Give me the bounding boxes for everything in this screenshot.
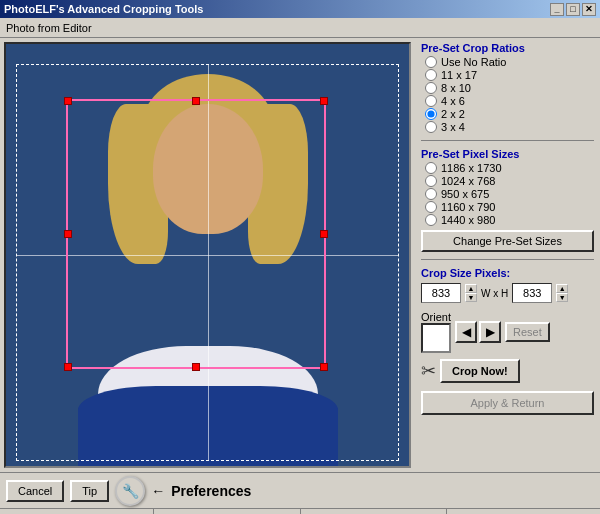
handle-right-mid[interactable] [320,230,328,238]
pixel-1024[interactable]: 1024 x 768 [425,175,594,187]
orient-section: Orient ◀ ▶ Reset [421,311,594,353]
ratio-11x17[interactable]: 11 x 17 [425,69,594,81]
wxh-label: W x H [481,288,508,299]
crop-width-up[interactable]: ▲ [465,284,477,293]
status-crop-size: Crop Size: 833 x 833 [301,509,447,514]
ratio-radio-4[interactable] [425,108,437,120]
preferences-arrow: ← [151,483,165,499]
menu-bar: Photo from Editor [0,18,600,38]
preset-pixels-title: Pre-Set Pixel Sizes [421,148,594,160]
apply-return-button[interactable]: Apply & Return [421,391,594,415]
preset-ratios-title: Pre-Set Crop Ratios [421,42,594,54]
status-dimensions: 960 x 1023 Pixels [8,509,154,514]
wrench-icon: 🔧 [122,483,139,499]
ratio-4x6[interactable]: 4 x 6 [425,95,594,107]
ratio-8x10[interactable]: 8 x 10 [425,82,594,94]
preset-pixels-group: 1186 x 1730 1024 x 768 950 x 675 1160 x … [421,162,594,226]
bottom-bar: Cancel Tip 🔧 ← Preferences [0,472,600,508]
ratio-use-no-ratio[interactable]: Use No Ratio [425,56,594,68]
crop-now-area: ✂ Crop Now! [421,359,594,383]
pixel-radio-3[interactable] [425,201,437,213]
status-xy: X,Y: 54, 72 [447,509,592,514]
pixel-1186[interactable]: 1186 x 1730 [425,162,594,174]
preset-pixels-section: Pre-Set Pixel Sizes 1186 x 1730 1024 x 7… [421,148,594,252]
title-bar: PhotoELF's Advanced Cropping Tools _ □ ✕ [0,0,600,18]
ratio-2x2[interactable]: 2 x 2 [425,108,594,120]
ratio-radio-2[interactable] [425,82,437,94]
close-button[interactable]: ✕ [582,3,596,16]
photo-area[interactable] [4,42,411,468]
crop-height-up[interactable]: ▲ [556,284,568,293]
title-buttons: _ □ ✕ [550,3,596,16]
ratio-radio-5[interactable] [425,121,437,133]
handle-left-mid[interactable] [64,230,72,238]
maximize-button[interactable]: □ [566,3,580,16]
ratio-radio-3[interactable] [425,95,437,107]
orient-preview-box [421,323,451,353]
orient-left-button[interactable]: ◀ [455,321,477,343]
crop-size-row: ▲ ▼ W x H ▲ ▼ [421,283,594,303]
orient-arrows: ◀ ▶ [455,321,501,343]
crop-size-section: Crop Size Pixels: ▲ ▼ W x H ▲ ▼ [421,267,594,303]
handle-top-left[interactable] [64,97,72,105]
status-bar: 960 x 1023 Pixels Viewed at: 38 % Crop S… [0,508,600,514]
orient-right-button[interactable]: ▶ [479,321,501,343]
handle-bottom-left[interactable] [64,363,72,371]
preset-ratios-group: Use No Ratio 11 x 17 8 x 10 4 x 6 2 x 2 [421,56,594,133]
photo-canvas [6,44,409,466]
menu-bar-label: Photo from Editor [6,22,92,34]
preset-ratios-section: Pre-Set Crop Ratios Use No Ratio 11 x 17… [421,42,594,133]
cancel-button[interactable]: Cancel [6,480,64,502]
main-content: Pre-Set Crop Ratios Use No Ratio 11 x 17… [0,38,600,472]
pixel-radio-0[interactable] [425,162,437,174]
crop-width-spinners: ▲ ▼ [465,284,477,302]
status-viewed: Viewed at: 38 % [154,509,300,514]
pixel-radio-2[interactable] [425,188,437,200]
pixel-radio-1[interactable] [425,175,437,187]
ratio-radio-0[interactable] [425,56,437,68]
scissors-icon: ✂ [421,360,436,382]
pixel-radio-4[interactable] [425,214,437,226]
title-text: PhotoELF's Advanced Cropping Tools [4,3,203,15]
crop-now-button[interactable]: Crop Now! [440,359,520,383]
orient-label: Orient [421,311,451,323]
crop-width-down[interactable]: ▼ [465,293,477,302]
ratio-3x4[interactable]: 3 x 4 [425,121,594,133]
handle-bottom-mid[interactable] [192,363,200,371]
ratio-radio-1[interactable] [425,69,437,81]
divider-2 [421,259,594,260]
handle-bottom-right[interactable] [320,363,328,371]
handle-top-right[interactable] [320,97,328,105]
pixel-1440[interactable]: 1440 x 980 [425,214,594,226]
minimize-button[interactable]: _ [550,3,564,16]
preferences-button[interactable]: 🔧 [115,476,145,506]
crop-width-input[interactable] [421,283,461,303]
reset-button[interactable]: Reset [505,322,550,342]
right-panel: Pre-Set Crop Ratios Use No Ratio 11 x 17… [415,38,600,472]
crop-size-label: Crop Size Pixels: [421,267,594,279]
pixel-950[interactable]: 950 x 675 [425,188,594,200]
orient-row: Orient ◀ ▶ Reset [421,311,594,353]
crop-height-spinners: ▲ ▼ [556,284,568,302]
tip-button[interactable]: Tip [70,480,109,502]
handle-top-mid[interactable] [192,97,200,105]
preferences-label: Preferences [171,483,251,499]
crop-height-down[interactable]: ▼ [556,293,568,302]
pixel-1160[interactable]: 1160 x 790 [425,201,594,213]
crop-pink-border[interactable] [66,99,326,369]
divider-1 [421,140,594,141]
change-preset-sizes-button[interactable]: Change Pre-Set Sizes [421,230,594,252]
crop-height-input[interactable] [512,283,552,303]
